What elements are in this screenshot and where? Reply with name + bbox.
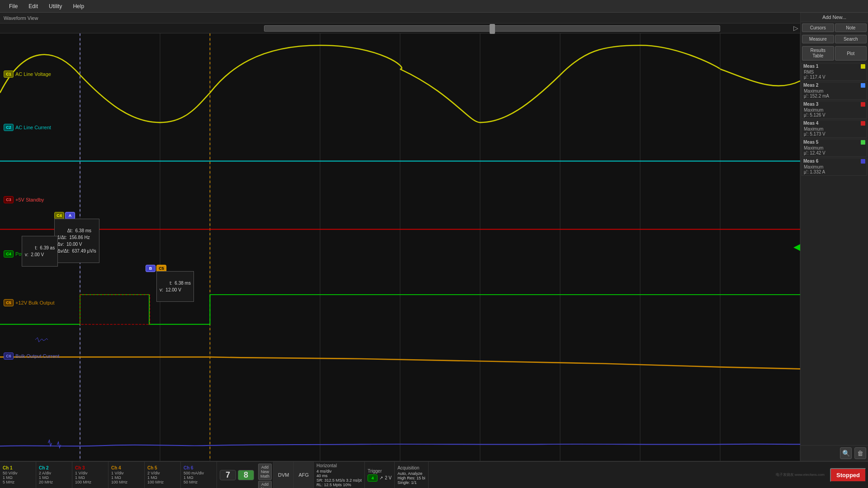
bottom-ch-4-row2: 1 MΩ — [111, 475, 142, 480]
c4-cursor-badge: C4 — [54, 212, 64, 219]
meas-header-4: Meas 4 — [802, 120, 867, 126]
bottom-ch-4-row1: 1 V/div — [111, 471, 142, 475]
menu-help[interactable]: Help — [67, 1, 90, 11]
trigger-level: 2 V — [385, 475, 392, 480]
trigger-section: Trigger 4 ↗ 2 V — [365, 462, 395, 488]
cursor-main-tooltip: Δt: 6.38 ms 1/Δt: 156.86 Hz Δv: 10.00 V … — [54, 219, 99, 263]
measure-button[interactable]: Measure — [802, 35, 834, 43]
meas-type-4: Maximum — [804, 127, 865, 131]
bottom-ch-3-row2: 1 MΩ — [75, 475, 105, 480]
ch6-badge: C6 — [4, 352, 14, 360]
bottom-ch-3-box[interactable]: Ch 3 1 V/div 1 MΩ 100 MHz — [72, 462, 108, 488]
cursor-badges: C4 A — [54, 212, 75, 219]
c6-noise — [35, 335, 49, 344]
bottom-ch-2-row2: 1 MΩ — [39, 475, 69, 480]
acquisition-title: Acquisition — [397, 465, 425, 470]
meas-value-5: µ': 12.42 V — [804, 150, 865, 155]
timeline-handle[interactable] — [490, 24, 495, 34]
bottom-ch-2-label: Ch 2 — [39, 465, 69, 470]
bottom-ch-1-box[interactable]: Ch 1 50 V/div 1 MΩ 5 MHz — [0, 462, 36, 488]
meas-item-5: Meas 5 Maximum µ': 12.42 V — [802, 139, 867, 157]
ch5-badge: C5 — [4, 299, 14, 306]
trigger-title: Trigger — [368, 469, 392, 474]
trash-icon[interactable]: 🗑 — [854, 447, 866, 459]
meas-type-6: Maximum — [804, 164, 865, 169]
horizontal-rl: RL: 12.5 Mpts 10% — [316, 483, 362, 487]
bottom-ch-2-row1: 2 A/div — [39, 471, 69, 475]
ch5-name: +12V Bulk Output — [15, 300, 55, 305]
bottom-ch-4-box[interactable]: Ch 4 1 V/div 1 MΩ 100 MHz — [108, 462, 145, 488]
horizontal-msdiv[interactable]: 4 ms/div — [316, 469, 362, 474]
menu-utility[interactable]: Utility — [43, 1, 67, 11]
waveform-canvas[interactable]: C1 AC Line Voltage C2 AC Line Current C3… — [0, 33, 800, 461]
bottom-ch-5-box[interactable]: Ch 5 2 V/div 1 MΩ 100 MHz — [145, 462, 181, 488]
bottom-ch-6-label: Ch 6 — [184, 465, 214, 470]
panel-btn-row-3: Results Table Plot — [801, 45, 868, 62]
trigger-type: ↗ — [379, 475, 383, 480]
main-area: Waveform View ▷ — [0, 13, 868, 461]
cursors-button[interactable]: Cursors — [802, 23, 834, 32]
acquisition-single: Single: 1/1 — [397, 480, 425, 485]
results-table-button[interactable]: Results Table — [802, 46, 834, 61]
meas-item-2: Meas 2 Maximum µ': 152.2 mA — [802, 82, 867, 100]
meas-header-5: Meas 5 — [802, 139, 867, 145]
horizontal-delay[interactable]: 40 ms — [316, 474, 362, 478]
bottom-ch-2-row3: 20 MHz — [39, 480, 69, 484]
add-new-label: Add New... — [802, 14, 866, 20]
note-button[interactable]: Note — [835, 23, 867, 32]
trigger-arrow-icon[interactable]: ◀ — [793, 241, 800, 252]
meas-color-3 — [861, 102, 865, 107]
bottom-ch-1-label: Ch 1 — [3, 465, 33, 470]
bottom-ch-2-box[interactable]: Ch 2 2 A/div 1 MΩ 20 MHz — [36, 462, 72, 488]
ch1-label: C1 AC Line Voltage — [4, 70, 51, 78]
plot-button[interactable]: Plot — [835, 46, 867, 61]
panel-btn-row-1: Cursors Note — [801, 22, 868, 33]
menu-file[interactable]: File — [4, 1, 23, 11]
add-math-button[interactable]: AddNewMath — [258, 464, 272, 480]
bottom-ch-3-label: Ch 3 — [75, 465, 105, 470]
add-ref-button[interactable]: AddNewRef — [258, 481, 272, 488]
ch3-badge: C3 — [4, 196, 14, 203]
stopped-button[interactable]: Stopped — [830, 468, 866, 482]
horizontal-title: Horizontal — [316, 463, 362, 468]
bottom-ch-4-row3: 100 MHz — [111, 480, 142, 484]
waveform-area: Waveform View ▷ — [0, 13, 800, 461]
meas-header-1: Meas 1 — [802, 63, 867, 69]
search-button[interactable]: Search — [835, 35, 867, 43]
meas-header-2: Meas 2 — [802, 82, 867, 88]
afg-button[interactable]: AFG — [294, 462, 314, 488]
meas-color-2 — [861, 83, 865, 88]
acquisition-mode: Auto, Analyze — [397, 471, 425, 476]
meas-value-4: µ': 5.173 V — [804, 131, 865, 136]
meas-type-5: Maximum — [804, 145, 865, 150]
num-8-button[interactable]: 8 — [238, 470, 254, 480]
trigger-details: 4 ↗ 2 V — [368, 474, 392, 482]
meas-color-6 — [861, 159, 865, 164]
bottom-ch-5-row3: 100 MHz — [147, 480, 178, 484]
ch2-badge: C2 — [4, 124, 14, 131]
dvm-button[interactable]: DVM — [274, 462, 294, 488]
meas-type-1: RMS — [804, 70, 865, 75]
timeline-bar[interactable]: ▷ — [0, 23, 800, 33]
bottom-bar: Ch 1 50 V/div 1 MΩ 5 MHz Ch 2 2 A/div 1 … — [0, 461, 868, 488]
bottom-ch-5-label: Ch 5 — [147, 465, 178, 470]
menu-edit[interactable]: Edit — [23, 1, 43, 11]
measurements-list: Meas 1 RMS µ': 117.4 V Meas 2 Maximum µ'… — [801, 62, 868, 445]
waveform-svg — [0, 33, 800, 461]
bottom-ch-6-row3: 50 MHz — [184, 480, 214, 484]
num-7-button[interactable]: 7 — [220, 470, 236, 480]
panel-bottom-icons: 🔍 🗑 — [801, 445, 868, 461]
ch2-label: C2 AC Line Current — [4, 124, 51, 131]
meas-item-1: Meas 1 RMS µ': 117.4 V — [802, 63, 867, 81]
meas-header-3: Meas 3 — [802, 101, 867, 107]
zoom-icon[interactable]: 🔍 — [840, 447, 852, 459]
bottom-ch-6-box[interactable]: Ch 6 500 mA/div 1 MΩ 50 MHz — [181, 462, 217, 488]
meas-item-6: Meas 6 Maximum µ': 1.332 A — [802, 158, 867, 176]
meas-body-2: Maximum µ': 152.2 mA — [802, 88, 867, 99]
waveform-title: Waveform View — [0, 13, 800, 23]
bottom-ch-6-row1: 500 mA/div — [184, 471, 214, 475]
horizontal-section: Horizontal 4 ms/div 40 ms SR: 312.5 MS/s… — [314, 462, 365, 488]
bottom-ch-1-row2: 1 MΩ — [3, 475, 33, 480]
timeline-slider[interactable] — [264, 25, 720, 32]
bottom-ch-5-row1: 2 V/div — [147, 471, 178, 475]
